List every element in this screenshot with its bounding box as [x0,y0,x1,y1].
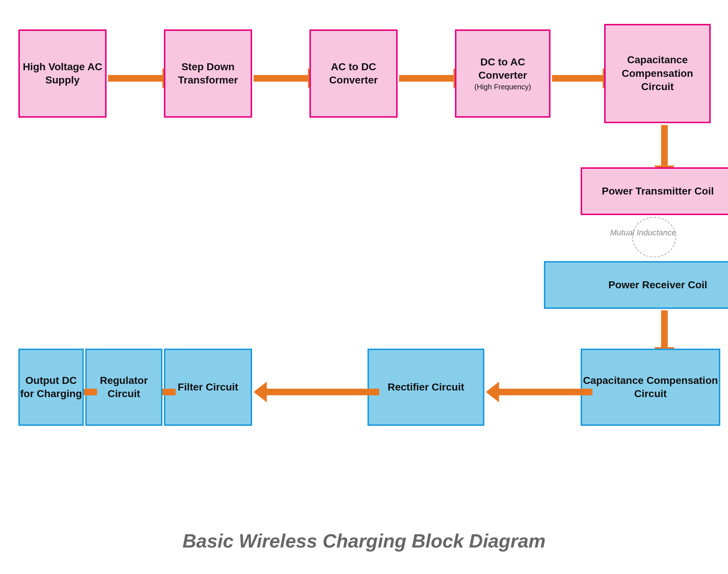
box-ac-dc: AC to DC Converter [309,29,398,118]
box-step-down: Step Down Transformer [164,29,252,118]
diagram-container: High Voltage AC Supply Step Down Transfo… [0,0,728,574]
arrow-rectifier-filter [254,382,379,402]
box-output-dc: Output DC for Charging [18,349,84,426]
box-cap-comp-tx: Capacitance Compensation Circuit [604,24,711,123]
box-cap-comp-rx: Capacitance Compensation Circuit [581,349,720,426]
box-power-tx-coil: Power Transmitter Coil [581,167,728,215]
box-rectifier: Rectifier Circuit [367,349,484,426]
box-filter: Filter Circuit [164,349,252,426]
diagram-title: Basic Wireless Charging Block Diagram [0,530,728,552]
arrow-cap-rx-rectifier [486,382,592,402]
mutual-inductance-label: Mutual Inductance [610,228,676,238]
box-power-rx-coil: Power Receiver Coil [544,261,728,309]
box-dc-ac: DC to AC Converter (High Frequency) [455,29,551,118]
box-high-voltage: High Voltage AC Supply [18,29,107,118]
